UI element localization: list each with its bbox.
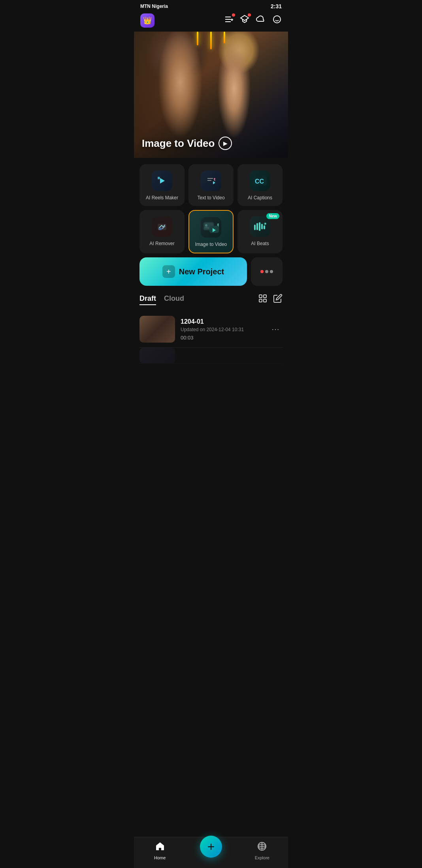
draft-section: Draft Cloud [134, 286, 288, 364]
remover-label: AI Remover [149, 241, 174, 246]
more-dots-group [260, 270, 273, 273]
project-menu-button[interactable]: ⋯ [268, 321, 283, 337]
home-label: Home [154, 855, 166, 860]
hero-banner[interactable]: Image to Video ▶ [134, 32, 288, 158]
tab-cloud[interactable]: Cloud [164, 294, 184, 305]
more-options-card[interactable] [251, 257, 283, 286]
nav-icons-group [224, 15, 282, 26]
tools-grid: AI Reels Maker Text to Video CC [139, 164, 283, 253]
plus-box-icon: + [162, 265, 175, 278]
thumb-image [139, 316, 175, 343]
dot-2 [265, 270, 268, 273]
reels-label: AI Reels Maker [146, 195, 178, 201]
svg-rect-28 [259, 299, 262, 302]
reels-icon [152, 171, 172, 191]
hero-play-button[interactable]: ▶ [219, 137, 232, 150]
explore-label: Explore [255, 855, 269, 860]
svg-rect-24 [264, 225, 265, 229]
crown-icon: 👑 [143, 16, 152, 25]
new-badge: New [266, 213, 279, 219]
svg-rect-21 [256, 223, 258, 230]
remover-icon [152, 216, 172, 237]
draft-tabs-header: Draft Cloud [139, 294, 283, 306]
project-info: 1204-01 Updated on 2024-12-04 10:31 00:0… [181, 318, 263, 341]
text-video-label: Text to Video [197, 195, 224, 201]
svg-point-19 [217, 223, 219, 225]
svg-point-10 [214, 178, 215, 180]
list-add-icon[interactable] [224, 15, 234, 26]
new-project-label: New Project [179, 267, 224, 276]
tool-ai-remover[interactable]: AI Remover [139, 210, 185, 253]
svg-point-6 [273, 16, 281, 23]
svg-rect-26 [259, 295, 262, 298]
time-display: 2:31 [271, 3, 282, 9]
text-video-icon [201, 171, 221, 191]
top-navigation: 👑 [134, 11, 288, 32]
plus-icon: + [166, 267, 171, 276]
dot-3 [270, 270, 273, 273]
tool-ai-beats[interactable]: New AI Beats [237, 210, 283, 253]
fab-create-button[interactable]: + [200, 836, 222, 858]
bottom-navigation: Home + Explore [134, 837, 288, 868]
list-badge [232, 13, 235, 17]
svg-text:CC: CC [255, 178, 264, 185]
svg-rect-20 [254, 225, 256, 230]
explore-icon [257, 841, 267, 854]
svg-rect-27 [264, 295, 266, 298]
svg-marker-5 [241, 15, 249, 21]
graduation-icon[interactable] [240, 15, 249, 26]
draft-actions [258, 294, 283, 306]
img-video-icon [201, 217, 221, 238]
play-icon: ▶ [223, 140, 228, 146]
beats-label: AI Beats [251, 241, 269, 246]
project-thumbnail-2 [139, 348, 175, 364]
svg-rect-23 [261, 224, 263, 229]
tab-draft[interactable]: Draft [139, 294, 156, 305]
project-duration: 00:03 [181, 335, 263, 341]
fab-plus-icon: + [207, 840, 215, 853]
captions-icon: CC [250, 171, 270, 191]
tool-ai-reels[interactable]: AI Reels Maker [139, 164, 185, 206]
home-icon [155, 841, 165, 854]
tool-image-to-video[interactable]: Image to Video [188, 210, 234, 253]
face-icon[interactable] [272, 15, 282, 26]
tool-ai-captions[interactable]: CC AI Captions [237, 164, 283, 206]
project-item-2[interactable] [139, 348, 283, 364]
hero-label-group: Image to Video ▶ [142, 137, 232, 150]
svg-rect-22 [259, 222, 260, 231]
dot-1 [260, 270, 264, 273]
carrier-text: MTN Nigeria [140, 4, 168, 9]
new-project-button[interactable]: + New Project [139, 257, 247, 286]
app-logo[interactable]: 👑 [140, 13, 154, 28]
captions-label: AI Captions [248, 195, 272, 201]
edit-icon[interactable] [273, 294, 283, 306]
tool-text-video[interactable]: Text to Video [188, 164, 234, 206]
grid-view-icon[interactable] [258, 294, 268, 306]
action-row: + New Project [134, 253, 288, 286]
project-item[interactable]: 1204-01 Updated on 2024-12-04 10:31 00:0… [139, 311, 283, 348]
svg-point-25 [264, 223, 266, 225]
nav-explore[interactable]: Explore [250, 841, 274, 860]
tools-grid-section: AI Reels Maker Text to Video CC [134, 158, 288, 253]
hero-title: Image to Video [142, 137, 215, 150]
img-video-label: Image to Video [195, 242, 227, 247]
project-date: Updated on 2024-12-04 10:31 [181, 327, 263, 332]
svg-rect-29 [264, 299, 266, 302]
beats-icon [250, 216, 270, 237]
project-name: 1204-01 [181, 318, 263, 325]
svg-rect-14 [158, 228, 162, 230]
project-thumbnail [139, 316, 175, 343]
grad-badge [248, 13, 251, 17]
cloud-icon[interactable] [256, 15, 266, 26]
status-bar: MTN Nigeria 2:31 [134, 0, 288, 11]
nav-home[interactable]: Home [148, 841, 172, 860]
tab-group: Draft Cloud [139, 294, 184, 305]
